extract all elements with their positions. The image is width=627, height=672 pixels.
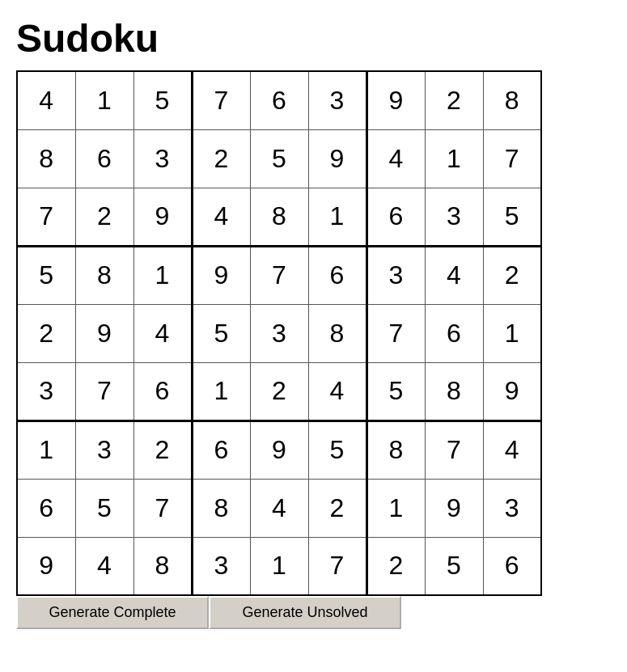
cell-r6-c7: 7 bbox=[425, 421, 483, 479]
table-row: 729481635 bbox=[17, 188, 541, 246]
cell-r8-c3: 3 bbox=[192, 537, 250, 595]
cell-r1-c4: 5 bbox=[250, 129, 308, 188]
cell-r1-c7: 1 bbox=[425, 129, 483, 188]
cell-r0-c3: 7 bbox=[192, 71, 250, 129]
cell-r3-c4: 7 bbox=[250, 246, 308, 304]
cell-r1-c5: 9 bbox=[308, 129, 366, 188]
table-row: 948317256 bbox=[17, 537, 541, 595]
cell-r3-c6: 3 bbox=[366, 246, 425, 304]
page-title: Sudoku bbox=[16, 16, 611, 61]
table-row: 376124589 bbox=[17, 362, 541, 421]
cell-r0-c0: 4 bbox=[17, 71, 75, 129]
cell-r2-c6: 6 bbox=[366, 188, 425, 246]
cell-r3-c5: 6 bbox=[308, 246, 366, 304]
cell-r2-c8: 5 bbox=[483, 188, 541, 246]
cell-r5-c6: 5 bbox=[366, 362, 425, 421]
cell-r7-c6: 1 bbox=[366, 479, 425, 537]
cell-r0-c5: 3 bbox=[308, 71, 366, 129]
cell-r1-c8: 7 bbox=[483, 129, 541, 188]
cell-r2-c2: 9 bbox=[133, 188, 192, 246]
cell-r0-c7: 2 bbox=[425, 71, 483, 129]
cell-r6-c8: 4 bbox=[483, 421, 541, 479]
cell-r1-c6: 4 bbox=[366, 129, 425, 188]
cell-r8-c8: 6 bbox=[483, 537, 541, 595]
cell-r2-c3: 4 bbox=[192, 188, 250, 246]
cell-r4-c7: 6 bbox=[425, 304, 483, 362]
cell-r0-c1: 1 bbox=[75, 71, 133, 129]
cell-r2-c5: 1 bbox=[308, 188, 366, 246]
cell-r6-c3: 6 bbox=[192, 421, 250, 479]
cell-r0-c2: 5 bbox=[133, 71, 192, 129]
cell-r0-c4: 6 bbox=[250, 71, 308, 129]
cell-r5-c2: 6 bbox=[133, 362, 192, 421]
cell-r3-c7: 4 bbox=[425, 246, 483, 304]
cell-r3-c8: 2 bbox=[483, 246, 541, 304]
cell-r5-c1: 7 bbox=[75, 362, 133, 421]
cell-r7-c2: 7 bbox=[133, 479, 192, 537]
cell-r3-c2: 1 bbox=[133, 246, 192, 304]
cell-r0-c8: 8 bbox=[483, 71, 541, 129]
table-row: 415763928 bbox=[17, 71, 541, 129]
cell-r3-c1: 8 bbox=[75, 246, 133, 304]
sudoku-container: 4157639288632594177294816355819763422945… bbox=[16, 70, 542, 629]
cell-r8-c2: 8 bbox=[133, 537, 192, 595]
cell-r5-c0: 3 bbox=[17, 362, 75, 421]
button-row: Generate Complete Generate Unsolved bbox=[16, 596, 542, 629]
cell-r1-c2: 3 bbox=[133, 129, 192, 188]
cell-r7-c3: 8 bbox=[192, 479, 250, 537]
cell-r5-c5: 4 bbox=[308, 362, 366, 421]
cell-r4-c4: 3 bbox=[250, 304, 308, 362]
cell-r7-c8: 3 bbox=[483, 479, 541, 537]
cell-r6-c2: 2 bbox=[133, 421, 192, 479]
cell-r6-c0: 1 bbox=[17, 421, 75, 479]
cell-r7-c0: 6 bbox=[17, 479, 75, 537]
cell-r1-c1: 6 bbox=[75, 129, 133, 188]
cell-r8-c1: 4 bbox=[75, 537, 133, 595]
cell-r4-c2: 4 bbox=[133, 304, 192, 362]
cell-r7-c1: 5 bbox=[75, 479, 133, 537]
cell-r7-c4: 4 bbox=[250, 479, 308, 537]
cell-r6-c6: 8 bbox=[366, 421, 425, 479]
table-row: 581976342 bbox=[17, 246, 541, 304]
cell-r4-c8: 1 bbox=[483, 304, 541, 362]
cell-r2-c1: 2 bbox=[75, 188, 133, 246]
cell-r2-c7: 3 bbox=[425, 188, 483, 246]
cell-r8-c6: 2 bbox=[366, 537, 425, 595]
cell-r0-c6: 9 bbox=[366, 71, 425, 129]
cell-r1-c0: 8 bbox=[17, 129, 75, 188]
generate-unsolved-button[interactable]: Generate Unsolved bbox=[209, 596, 401, 629]
cell-r2-c4: 8 bbox=[250, 188, 308, 246]
cell-r4-c6: 7 bbox=[366, 304, 425, 362]
cell-r5-c7: 8 bbox=[425, 362, 483, 421]
table-row: 863259417 bbox=[17, 129, 541, 188]
cell-r5-c3: 1 bbox=[192, 362, 250, 421]
cell-r8-c4: 1 bbox=[250, 537, 308, 595]
cell-r8-c0: 9 bbox=[17, 537, 75, 595]
generate-complete-button[interactable]: Generate Complete bbox=[16, 596, 209, 629]
sudoku-grid: 4157639288632594177294816355819763422945… bbox=[16, 70, 542, 596]
cell-r6-c4: 9 bbox=[250, 421, 308, 479]
cell-r2-c0: 7 bbox=[17, 188, 75, 246]
cell-r6-c1: 3 bbox=[75, 421, 133, 479]
cell-r5-c4: 2 bbox=[250, 362, 308, 421]
cell-r4-c0: 2 bbox=[17, 304, 75, 362]
cell-r3-c0: 5 bbox=[17, 246, 75, 304]
cell-r1-c3: 2 bbox=[192, 129, 250, 188]
cell-r4-c3: 5 bbox=[192, 304, 250, 362]
cell-r6-c5: 5 bbox=[308, 421, 366, 479]
cell-r8-c7: 5 bbox=[425, 537, 483, 595]
cell-r7-c5: 2 bbox=[308, 479, 366, 537]
table-row: 294538761 bbox=[17, 304, 541, 362]
cell-r8-c5: 7 bbox=[308, 537, 366, 595]
cell-r5-c8: 9 bbox=[483, 362, 541, 421]
table-row: 132695874 bbox=[17, 421, 541, 479]
cell-r4-c5: 8 bbox=[308, 304, 366, 362]
cell-r4-c1: 9 bbox=[75, 304, 133, 362]
cell-r3-c3: 9 bbox=[192, 246, 250, 304]
cell-r7-c7: 9 bbox=[425, 479, 483, 537]
table-row: 657842193 bbox=[17, 479, 541, 537]
